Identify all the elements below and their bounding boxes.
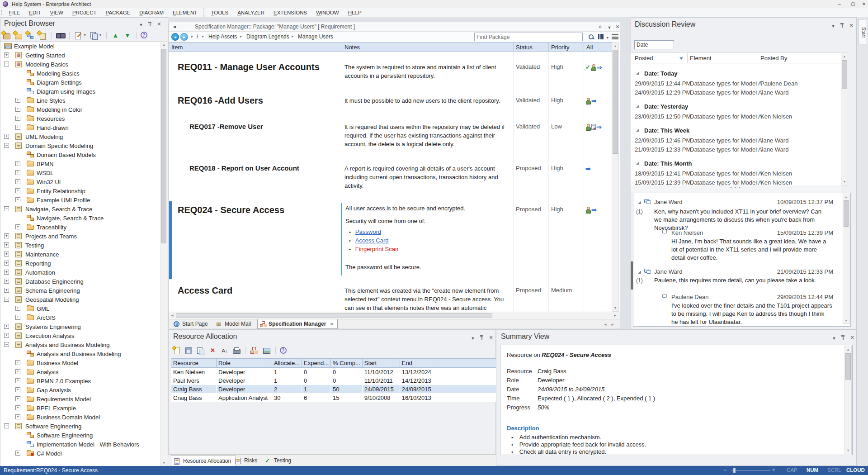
tree-item-analysis-and-business-modeling[interactable]: −Analysis and Business Modeling — [0, 340, 160, 349]
collapse-icon[interactable]: « — [597, 24, 604, 30]
dropdown-icon[interactable]: ▼ — [831, 335, 837, 342]
discussion-list-scrollbar[interactable]: ▲ ▼ — [841, 52, 848, 185]
print-icon[interactable] — [232, 347, 241, 355]
resource-column-header[interactable]: Start — [362, 359, 400, 368]
menu-file[interactable]: FILE — [5, 8, 24, 17]
spec-row-req017[interactable]: REQ017 -Remove User It is required that … — [169, 115, 612, 155]
breadcrumb-item[interactable]: Manage Users — [298, 33, 333, 40]
resource-row[interactable]: Craig BassApplication Analyst306159/10/2… — [171, 394, 502, 402]
expand-expander-icon[interactable]: + — [4, 252, 9, 256]
tab-risks[interactable]: Risks — [232, 456, 262, 466]
expand-expander-icon[interactable]: + — [4, 324, 9, 329]
group-collapse-icon[interactable] — [636, 162, 639, 165]
expand-expander-icon[interactable]: + — [15, 360, 20, 365]
menu-package[interactable]: PACKAGE — [101, 8, 135, 17]
tree-item-schema-engineering[interactable]: +Schema Engineering — [0, 286, 160, 295]
tree-item-analysis[interactable]: +Analysis — [0, 367, 160, 376]
expand-expander-icon[interactable]: + — [15, 369, 20, 374]
tree-item-bpmn-2-0-examples[interactable]: +BPMN 2.0 Examples — [0, 376, 160, 385]
tab-model-mail[interactable]: ✉Model Mail — [214, 319, 255, 329]
collapse-expander-icon[interactable]: − — [4, 143, 9, 148]
tree-item-maintenance[interactable]: +Maintenance — [0, 250, 160, 259]
image-icon[interactable] — [262, 347, 271, 355]
summary-scrollbar[interactable]: ▲ ▼ — [844, 346, 852, 454]
tree-item-gml[interactable]: +GML — [0, 304, 160, 313]
nav-back-button[interactable]: ◄ — [171, 33, 179, 41]
expand-expander-icon[interactable]: + — [15, 179, 20, 184]
new-model-icon[interactable] — [2, 31, 11, 39]
tree-item-example-model[interactable]: Example Model — [0, 42, 160, 51]
menu-view[interactable]: VIEW — [46, 8, 68, 17]
tree-item-line-styles[interactable]: +Line Styles — [0, 96, 160, 105]
arrow-icon[interactable]: ⇒ — [596, 124, 602, 131]
spec-row-req024-selected[interactable]: REQ024 - Secure Access All user access i… — [169, 201, 612, 279]
copy-icon[interactable] — [90, 31, 99, 39]
thread-header[interactable]: Jane Ward21/09/2015 12:33 PM — [637, 268, 833, 276]
expand-expander-icon[interactable]: + — [15, 378, 20, 383]
tree-item-diagram-using-images[interactable]: Diagram using Images — [0, 87, 160, 96]
discussion-row[interactable]: 21/09/2015 12:33 PMDatabase types for Mo… — [631, 145, 841, 154]
breadcrumb-item[interactable]: Help Assets — [208, 33, 237, 40]
collapse-expander-icon[interactable]: − — [4, 297, 9, 302]
spec-vertical-scrollbar[interactable]: ▲ ▼ — [612, 42, 619, 312]
tree-item-navigate-search-trace[interactable]: Navigate, Search & Trace — [0, 214, 160, 223]
column-notes[interactable]: Notes — [344, 44, 360, 51]
tree-item-database-engineering[interactable]: +Database Engineering — [0, 277, 160, 286]
find-in-browser-icon[interactable] — [56, 31, 65, 39]
tree-item-bpmn[interactable]: +BPMN — [0, 159, 160, 168]
nav-forward-button[interactable]: ► — [180, 33, 188, 41]
dropdown-icon[interactable]: ▼ — [606, 24, 613, 31]
tab-close-icon[interactable]: ✕ — [330, 322, 333, 327]
hierarchy-icon[interactable] — [250, 347, 259, 355]
expand-expander-icon[interactable]: + — [4, 333, 9, 338]
column-status[interactable]: Status — [516, 44, 533, 51]
menu-edit[interactable]: EDIT — [24, 8, 45, 17]
tab-resource-allocation[interactable]: Resource Allocation — [171, 456, 236, 466]
arrow-icon[interactable]: ⇒ — [591, 97, 597, 104]
spec-row-access-card[interactable]: Access Card This element was created via… — [169, 279, 612, 312]
password-link[interactable]: Password — [355, 228, 381, 235]
date-filter-input[interactable] — [634, 40, 674, 49]
tree-item-software-engineering[interactable]: Software Engineering — [0, 431, 160, 440]
resource-row[interactable]: Paul IversDeveloper10011/10/201114/12/20… — [171, 376, 502, 385]
tree-item-modeling-basics[interactable]: Modeling Basics — [0, 69, 160, 78]
expand-expander-icon[interactable]: + — [15, 161, 20, 166]
menu-extensions[interactable]: EXTENSIONS — [269, 8, 311, 17]
move-down-icon[interactable]: ▼ — [123, 31, 132, 39]
help-icon[interactable]: ? — [280, 347, 287, 354]
discussion-group-header[interactable]: Date: This Month — [631, 160, 841, 168]
tree-item-business-domain-model[interactable]: +Business Domain Model — [0, 413, 160, 422]
spec-row-req011[interactable]: REQ011 - Manage User Accounts The system… — [169, 52, 612, 84]
access-card-link[interactable]: Access Card — [355, 237, 389, 244]
tree-item-business-model[interactable]: +Business Model — [0, 358, 160, 367]
tree-item-example-umlprofile[interactable]: +Example UMLProfile — [0, 195, 160, 204]
expand-expander-icon[interactable]: + — [15, 405, 20, 410]
discussion-row[interactable]: 24/09/2015 12:29 PMDatabase types for Mo… — [631, 88, 841, 97]
close-icon[interactable]: ✕ — [848, 22, 854, 28]
tab-specification-manager[interactable]: Specification Manager✕ — [257, 319, 338, 329]
discussion-row[interactable]: 29/09/2015 12:44 PMDatabase types for Mo… — [631, 79, 841, 88]
discussion-splitter[interactable]: • • • — [631, 185, 841, 193]
expand-expander-icon[interactable]: + — [15, 414, 20, 419]
expand-expander-icon[interactable]: + — [4, 242, 9, 247]
tree-item-implementation-model-with-behaviors[interactable]: Implementation Model - With Behaviors — [0, 440, 160, 449]
pin-icon[interactable] — [839, 22, 845, 28]
delete-icon[interactable]: ✕ — [208, 347, 217, 355]
tab-testing[interactable]: ✓Testing — [262, 456, 296, 466]
tree-item-software-engineering[interactable]: −Software Engineering — [0, 422, 160, 431]
group-collapse-icon[interactable] — [636, 71, 639, 75]
tree-item-hand-drawn[interactable]: +Hand-drawn — [0, 123, 160, 132]
spec-horizontal-scrollbar[interactable]: ◄ ► — [169, 312, 620, 319]
project-browser-scrollbar[interactable]: ▲ ▼ — [160, 41, 167, 466]
resource-column-header[interactable]: Allocate... — [272, 359, 302, 368]
pin-icon[interactable] — [147, 21, 153, 27]
discussion-group-header[interactable]: Date: Yesterday — [631, 103, 841, 111]
resource-column-header[interactable]: Resource — [171, 359, 217, 368]
close-button[interactable]: ✕ — [858, 0, 868, 8]
expand-expander-icon[interactable]: + — [15, 125, 20, 130]
move-up-icon[interactable]: ▲ — [111, 31, 120, 39]
tree-item-diagram-settings[interactable]: Diagram Settings — [0, 78, 160, 87]
menu-element[interactable]: ELEMENT — [168, 8, 202, 17]
tab-scroll-right-icon[interactable]: ► — [611, 323, 614, 327]
resource-column-header[interactable]: Role — [217, 359, 272, 368]
